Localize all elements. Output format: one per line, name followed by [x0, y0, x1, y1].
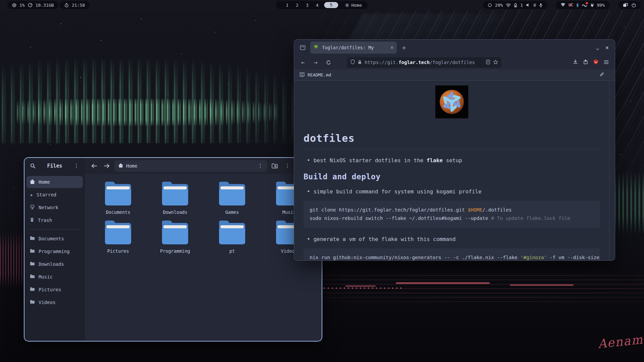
clock-icon	[64, 3, 69, 7]
folder-item-documents[interactable]: Documents	[93, 184, 143, 215]
sidebar-item-home[interactable]: Home	[26, 176, 83, 188]
folder-item-games[interactable]: Games	[207, 184, 257, 215]
path-menu-icon[interactable]: ⋮	[258, 163, 263, 169]
sidebar-item-downloads[interactable]: Downloads	[26, 258, 83, 270]
sidebar-item-documents[interactable]: Documents	[26, 233, 83, 245]
wallpaper-red-line	[396, 283, 490, 284]
network-tray-icon	[560, 3, 566, 7]
memory-usage: 10.31GB	[36, 3, 54, 8]
workspace-3[interactable]: 3	[302, 3, 312, 8]
tab-close-icon[interactable]: ×	[390, 45, 393, 51]
files-toolbar: Home ⋮ ⋮	[85, 158, 322, 174]
sidebar-label: Programming	[39, 249, 70, 254]
system-tray[interactable]: UC 99%	[556, 1, 609, 9]
heading-rule	[304, 149, 600, 149]
path-location: Home	[126, 163, 138, 169]
sidebar-item-music[interactable]: Music	[26, 271, 83, 283]
folder-label: Pictures	[107, 248, 129, 254]
back-button[interactable]	[89, 161, 99, 171]
star-icon: ★	[30, 192, 33, 198]
folder-item-downloads[interactable]: Downloads	[150, 184, 200, 215]
bluetooth-icon	[576, 3, 579, 7]
url-text: https://git.foglar.tech/foglar/dotfiles	[365, 60, 483, 65]
forward-button[interactable]	[102, 161, 112, 171]
tab-title: foglar/dotfiles: My	[322, 45, 387, 50]
volume-level: 0	[533, 3, 536, 8]
firefox-view-icon[interactable]	[298, 43, 308, 53]
list-tabs-icon[interactable]: ⌄	[596, 44, 599, 51]
lock-icon	[358, 60, 362, 65]
wifi-icon	[506, 3, 511, 7]
system-stats-widget[interactable]: 1% 10.31GB	[7, 1, 58, 9]
menu-hamburger-icon[interactable]	[604, 59, 609, 66]
wallpaper-glitch-lines	[275, 272, 644, 306]
sidebar-item-starred[interactable]: ★ Starred	[26, 189, 83, 201]
active-tab[interactable]: foglar/dotfiles: My ×	[310, 42, 397, 54]
downloads-icon[interactable]	[573, 59, 578, 66]
code-line: git clone https://git.foglar.tech/foglar…	[310, 206, 594, 214]
folder-item-pictures[interactable]: Pictures	[93, 223, 143, 254]
new-tab-icon[interactable]: +	[399, 44, 409, 51]
quick-status-widget[interactable]: 20% 1 0	[483, 1, 547, 9]
layout-mode[interactable]: Home	[345, 3, 362, 8]
keyboard-battery-level: 1	[520, 3, 523, 8]
cpu-usage: 1%	[19, 3, 25, 8]
clock-widget[interactable]: 21:58	[60, 1, 90, 9]
edit-pencil-icon[interactable]	[600, 72, 604, 78]
workspace-1[interactable]: 1	[282, 3, 292, 8]
sidebar-label: Documents	[39, 236, 64, 241]
status-bar: 1% 10.31GB 21:58 1 2 3 4 5 Home 20% 1	[0, 0, 644, 10]
view-menu-icon[interactable]: ⋮	[282, 161, 292, 171]
wallpaper-red-line	[345, 286, 376, 287]
workspace-2[interactable]: 2	[292, 3, 302, 8]
power-plug-icon	[590, 3, 594, 7]
brightness-icon	[488, 3, 492, 7]
folder-icon	[219, 184, 245, 205]
sidebar-label: Starred	[37, 192, 56, 197]
folder-item-pt[interactable]: pt	[207, 223, 257, 254]
sidebar-item-videos[interactable]: Videos	[26, 296, 83, 308]
bullet-text: generate a vm of the flake with this com…	[314, 236, 456, 242]
search-icon[interactable]	[28, 161, 38, 171]
sidebar-menu-icon[interactable]: ⋮	[71, 161, 82, 171]
extensions-icon[interactable]	[583, 59, 588, 66]
sidebar-item-network[interactable]: Network	[26, 201, 83, 214]
uc-tray-icon: UC	[569, 3, 573, 7]
workspace-4[interactable]: 4	[312, 3, 322, 8]
screenshot-icon	[623, 3, 628, 7]
search-folder-icon[interactable]	[270, 161, 280, 171]
reload-icon[interactable]	[323, 57, 334, 67]
volume-icon	[526, 3, 530, 7]
sidebar-label: Music	[39, 274, 53, 280]
sidebar-item-pictures[interactable]: Pictures	[26, 284, 83, 296]
files-headerbar: Files ⋮ Home ⋮ ⋮	[24, 158, 322, 174]
folder-item-programming[interactable]: Programming	[150, 223, 200, 254]
wallpaper-red-dots	[324, 288, 404, 289]
workspace-5-active[interactable]: 5	[324, 2, 338, 8]
home-icon	[118, 163, 123, 169]
readme-header: README.md	[294, 69, 615, 81]
gitea-favicon	[314, 44, 319, 51]
readme-logo-row	[304, 85, 600, 118]
cpu-icon	[12, 3, 16, 7]
readme-content: dotfiles • best NixOS starter dotfiles i…	[294, 81, 615, 260]
sidebar-item-trash[interactable]: Trash	[26, 214, 83, 226]
folder-icon	[30, 287, 35, 292]
home-icon	[30, 179, 35, 185]
folder-label: Downloads	[163, 209, 187, 215]
ublock-icon[interactable]	[593, 59, 598, 66]
window-close-icon[interactable]: ×	[605, 44, 609, 51]
sidebar-item-programming[interactable]: Programming	[26, 245, 83, 257]
bullet-dot: •	[307, 157, 310, 164]
scrollbar-gutter[interactable]	[609, 81, 615, 260]
url-bar[interactable]: https://git.foglar.tech/foglar/dotfiles	[347, 57, 501, 68]
bookmark-star-icon[interactable]	[493, 60, 498, 65]
session-widget[interactable]	[618, 1, 641, 9]
path-bar[interactable]: Home ⋮	[114, 160, 267, 172]
nav-back-icon[interactable]: ←	[298, 57, 308, 67]
files-sidebar: Home ★ Starred Network Trash Documents	[24, 174, 85, 341]
reader-view-icon[interactable]	[486, 60, 490, 65]
sidebar-label: Pictures	[39, 287, 61, 292]
nav-forward-icon[interactable]: →	[310, 57, 321, 67]
readme-filename: README.md	[308, 72, 331, 77]
